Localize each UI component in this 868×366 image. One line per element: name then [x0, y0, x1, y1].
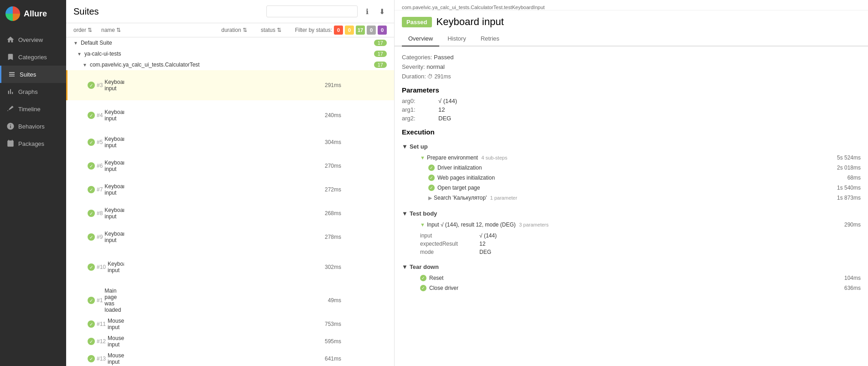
test-name: Keyboard input — [108, 261, 124, 273]
detail-tabs: Overview History Retries — [395, 31, 868, 46]
tab-history[interactable]: History — [441, 31, 472, 46]
suite-group-com[interactable]: ▼ com.pavelvic.ya_calc_ui_tests.Calculat… — [66, 59, 394, 70]
search-input[interactable] — [266, 5, 358, 17]
param-value: 12 — [438, 106, 445, 113]
test-duration: 302ms — [124, 264, 341, 270]
filter-badge-failed[interactable]: 0 — [334, 26, 343, 35]
sidebar-item-graphs[interactable]: Graphs — [0, 83, 66, 100]
test-number: #13 — [97, 356, 106, 362]
sidebar-item-overview[interactable]: Overview — [0, 31, 66, 48]
test-duration: 595ms — [124, 338, 341, 345]
filter-bar: Filter by status: 0 0 17 0 0 — [295, 26, 387, 35]
detail-panel: com.pavelvic.ya_calc_ui_tests.Calculator… — [395, 0, 868, 366]
success-icon: ✓ — [420, 275, 426, 281]
search-row[interactable]: ▶ Search 'Калькулятор' 1 parameter 1s 87… — [402, 193, 861, 203]
severity-value: normal — [426, 63, 445, 70]
sidebar-item-timeline[interactable]: Timeline — [0, 100, 66, 118]
test-row[interactable]: ✓#7Keyboard inputcp/2, 0, RAD272ms — [66, 178, 394, 201]
test-row[interactable]: ✓#13Mouse inputSQRT;ONE;FOUR;FOUR;BRACKE… — [66, 350, 394, 366]
test-status-icon: ✓ — [88, 139, 95, 146]
clock-icon: ⏱ — [427, 73, 433, 80]
filter-badge-unknown[interactable]: 0 — [378, 26, 387, 35]
download-icon[interactable]: ⬇ — [377, 6, 387, 16]
tab-overview[interactable]: Overview — [402, 31, 439, 46]
test-row[interactable]: ✓#5Keyboard inputcos(p/ 2), 0, RAD304ms — [66, 130, 394, 154]
chevron-icon: ▼ — [77, 52, 82, 57]
filter-badge-broken[interactable]: 0 — [345, 26, 354, 35]
status-col-header[interactable]: status ⇅ — [261, 27, 281, 33]
test-status-icon: ✓ — [88, 112, 95, 119]
input-step-label: Input √ (144), result 12, mode (DEG) — [427, 222, 516, 228]
sidebar-logo: Allure — [0, 0, 66, 27]
driver-init-duration: 2s 018ms — [837, 165, 861, 171]
test-duration: 304ms — [124, 139, 341, 145]
success-icon: ✓ — [428, 175, 435, 181]
tab-retries[interactable]: Retries — [474, 31, 506, 46]
chevron-icon: ▼ — [83, 62, 87, 67]
test-row[interactable]: ✓#12Mouse inputSQRT;ONE;FOUR;FOUR, 12, D… — [66, 333, 394, 350]
open-target-duration: 1s 540ms — [837, 185, 861, 191]
test-row[interactable]: ✓#1Main page was loaded49ms — [66, 285, 394, 315]
param-name: arg0: — [402, 98, 438, 104]
close-driver-duration: 636ms — [844, 285, 861, 291]
suite-group-default[interactable]: ▼ Default Suite 17 — [66, 37, 394, 48]
breadcrumb: com.pavelvic.ya_calc_ui_tests.Calculator… — [395, 0, 868, 10]
test-name: Keyboard input — [104, 109, 124, 122]
test-status-icon: ✓ — [88, 162, 95, 170]
suite-tree: ▼ Default Suite 17 ▼ ya-calc-ui-tests 17… — [66, 37, 394, 366]
close-driver-row: ✓ Close driver 636ms — [402, 283, 861, 293]
parameters-section-title: Parameters — [402, 86, 861, 94]
teardown-title[interactable]: ▼ Tear down — [402, 261, 861, 273]
param-value: DEG — [438, 115, 451, 122]
allure-logo-icon — [5, 6, 20, 21]
test-number: #7 — [97, 186, 103, 193]
duration-col-header[interactable]: duration ⇅ — [221, 27, 247, 33]
categories-row: Categories: Passed — [402, 54, 861, 61]
test-row[interactable]: ✓#11Mouse inputONE;FOUR;FOUR;SQRT, 12, D… — [66, 315, 394, 333]
test-row[interactable]: ✓#8Keyboard input144√, null, DEG268ms — [66, 201, 394, 225]
setup-title[interactable]: ▼ Set up — [402, 140, 861, 153]
test-body-title[interactable]: ▼ Test body — [402, 207, 861, 220]
teardown-section: ▼ Tear down ✓ Reset 104ms ✓ Close driver… — [402, 261, 861, 293]
sidebar-item-categories[interactable]: Categories — [0, 48, 66, 66]
test-row[interactable]: ✓#6Keyboard input√144, 12, DEG270ms — [66, 154, 394, 178]
search-duration: 1s 873ms — [837, 195, 861, 201]
suites-header: Suites ℹ ⬇ — [66, 0, 394, 23]
info-icon[interactable]: ℹ — [362, 6, 372, 16]
input-step-row[interactable]: ▼ Input √ (144), result 12, mode (DEG) 3… — [402, 220, 861, 230]
test-status-icon: ✓ — [88, 82, 95, 89]
input-step-sub: 3 parameters — [519, 222, 549, 227]
sidebar-item-label: Behaviors — [18, 123, 45, 130]
test-row[interactable]: ✓#10Keyboard input100 * 1,5, 150, DEG302… — [66, 249, 394, 285]
test-row[interactable]: ✓#9Keyboard inputp/2 cos, Ошибка, RAD278… — [66, 225, 394, 249]
order-col-header[interactable]: order ⇅ — [73, 27, 92, 33]
params-list: arg0: √ (144) arg1: 12 arg2: DEG — [402, 98, 861, 122]
open-target-row: ✓ Open target page 1s 540ms — [402, 183, 861, 193]
sidebar-item-behaviors[interactable]: Behaviors — [0, 118, 66, 135]
chart-icon — [6, 88, 15, 96]
suite-group-name: ya-calc-ui-tests — [84, 51, 121, 57]
param-val: √ (144) — [479, 232, 497, 239]
sidebar-item-packages[interactable]: Packages — [0, 135, 66, 152]
test-status-icon: ✓ — [88, 297, 95, 304]
severity-row: Severity: normal — [402, 63, 861, 70]
detail-title-row: Passed Keyboard input — [395, 10, 868, 31]
sidebar-item-suites[interactable]: Suites — [0, 66, 66, 83]
input-param-row-expected: expectedResult 12 — [420, 240, 861, 248]
prepare-env-row[interactable]: ▼ Prepare environment 4 sub-steps 5s 524… — [402, 153, 861, 163]
filter-badge-passed[interactable]: 17 — [356, 26, 365, 35]
chevron-down-icon: ▼ — [402, 143, 408, 150]
test-number: #10 — [97, 264, 106, 270]
test-row[interactable]: ✓#3Keyboard input√ (144), 12, DEG291ms — [66, 70, 394, 100]
list-icon — [8, 70, 16, 78]
behavior-icon — [6, 122, 15, 130]
test-name: Keyboard input — [104, 136, 124, 149]
input-param-row-mode: mode DEG — [420, 248, 861, 256]
test-row[interactable]: ✓#4Keyboard input1,5* 100, 150, DEG240ms — [66, 100, 394, 130]
open-target-label: Open target page — [437, 185, 837, 191]
suite-group-ya-calc[interactable]: ▼ ya-calc-ui-tests 17 — [66, 48, 394, 59]
test-number: #6 — [97, 163, 103, 169]
filter-badge-skipped[interactable]: 0 — [367, 26, 376, 35]
name-col-header[interactable]: name ⇅ — [101, 27, 121, 33]
suite-badge: 17 — [374, 51, 387, 57]
